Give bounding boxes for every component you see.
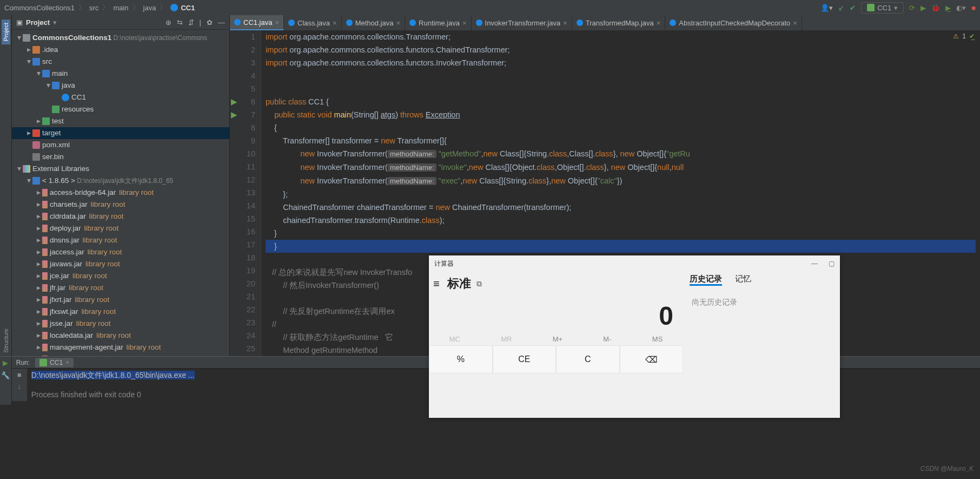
project-view-icon: ▣ [16,18,23,27]
java-file-icon [670,19,676,26]
tree-item[interactable]: ▾ < 1.8.65 > D:\notes\java\jdk文件\jdk1.8.… [12,175,229,187]
editor-tab[interactable]: TransformedMap.java× [572,15,666,30]
tree-item[interactable]: ▸ javaws.jarlibrary root [12,258,229,270]
editor-tab[interactable]: AbstractInputCheckedMapDecorato× [665,15,802,30]
calc-button[interactable]: % [429,345,493,373]
java-file-icon [577,19,583,26]
editor-tab[interactable]: Class.java× [284,15,342,30]
tree-item[interactable]: ▾ CommonsCollections1 D:\notes\java\prac… [12,32,229,44]
down-icon[interactable]: ↓ [18,382,22,390]
run-config-selector[interactable]: CC1 ▾ [861,2,904,14]
tree-item[interactable]: CC1 [12,91,229,103]
tree-item[interactable]: ▸ jfxrt.jarlibrary root [12,294,229,306]
tree-item[interactable]: ▾ main [12,68,229,80]
tree-item[interactable]: ▸ access-bridge-64.jarlibrary root [12,187,229,199]
run-config-label: CC1 [877,4,891,12]
calc-button-row: %CEC⌫ [429,345,683,373]
rail-tab-structure[interactable]: Structure [2,325,10,356]
rerun-icon[interactable]: ▶ [3,359,8,367]
vcs-update-icon[interactable]: ↙ [838,4,844,12]
locate-icon[interactable]: ⊕ [165,18,171,27]
tree-item[interactable]: resources [12,103,229,115]
warning-icon: ⚠ [953,32,959,40]
editor-tab[interactable]: CC1.java× [230,15,284,30]
calc-mem-btn[interactable]: M- [603,335,611,343]
tree-item[interactable]: ▸ cldrdata.jarlibrary root [12,211,229,222]
tree-item[interactable]: ▸ .idea [12,44,229,56]
hide-icon[interactable]: — [218,18,225,27]
tree-item[interactable]: ▸ jaccess.jarlibrary root [12,246,229,258]
tree-item[interactable]: ▸ jsse.jarlibrary root [12,318,229,330]
calc-menu-icon[interactable]: ≡ [433,278,440,290]
calc-pin-icon[interactable]: ⧉ [476,279,482,288]
run-left-gutter: ▶ 🔧 [0,357,12,405]
tree-item[interactable]: ser.bin [12,151,229,163]
calc-button[interactable]: C [556,345,620,373]
tree-item[interactable]: ▸ jfxswt.jarlibrary root [12,306,229,318]
stop-icon[interactable]: ■ [971,4,976,12]
tree-item[interactable]: pom.xml [12,139,229,151]
calc-mem-btn: MC [449,335,460,343]
user-icon[interactable]: 👤▾ [820,4,833,12]
run-tab[interactable]: CC1 × [35,358,74,368]
calculator-window[interactable]: 计算器 — ▢ ≡ 标准 ⧉ 0 MCMRM+M-MS %CEC⌫ 历史记录记忆… [429,255,840,418]
left-tool-rail: Project Structure [0,15,12,356]
close-icon[interactable]: × [462,19,467,27]
editor-tab[interactable]: Runtime.java× [405,15,471,30]
calc-side-tab[interactable]: 记忆 [735,274,751,286]
rail-tab-project[interactable]: Project [2,19,10,44]
calc-minimize-icon[interactable]: — [811,260,818,267]
project-tree[interactable]: ▾ CommonsCollections1 D:\notes\java\prac… [12,30,229,356]
close-icon[interactable]: × [657,19,661,27]
tree-item[interactable]: ▾ java [12,80,229,91]
calc-button[interactable]: ⌫ [620,345,684,373]
app-icon [867,4,875,11]
vcs-commit-icon[interactable]: ✔ [850,4,856,12]
close-icon[interactable]: × [396,19,400,27]
editor-tab[interactable]: InvokerTransformer.java× [472,15,572,30]
calc-button[interactable]: CE [493,345,557,373]
close-icon[interactable]: × [563,19,567,27]
run-tab-label: CC1 [50,359,63,366]
java-file-icon [409,19,416,26]
coverage-icon[interactable]: ▶̲ [945,4,951,12]
tree-item[interactable]: ▸ management-agent.jarlibrary root [12,342,229,353]
watermark: CSDN @Mauro_K [921,465,974,473]
calc-side-tab[interactable]: 历史记录 [690,274,722,286]
tree-item[interactable]: ▸ target [12,127,229,139]
editor-tabs: CC1.java× Class.java× Method.java× Runti… [230,15,980,30]
profile-icon[interactable]: ◐▾ [956,4,966,12]
calc-maximize-icon[interactable]: ▢ [829,260,835,267]
editor-inspection-bar[interactable]: ⚠ 1 ✔̲ [953,32,975,40]
calc-display: 0 [429,296,683,333]
tree-item[interactable]: ▸ charsets.jarlibrary root [12,199,229,211]
calc-side-tabs: 历史记录记忆 [690,272,833,288]
tree-item[interactable]: ▸ dnsns.jarlibrary root [12,234,229,246]
tree-item[interactable]: ▾ src [12,56,229,68]
debug-icon[interactable]: 🐞 [931,4,940,12]
tree-item[interactable]: ▸ jce.jarlibrary root [12,270,229,282]
stop-icon[interactable]: ■ [17,371,22,379]
close-icon[interactable]: × [333,19,337,27]
tree-item[interactable]: ▾ External Libraries [12,163,229,175]
tree-item[interactable]: ▸ deploy.jarlibrary root [12,222,229,234]
calc-mem-btn: MR [501,335,512,343]
collapse-icon[interactable]: ⇵ [188,18,194,27]
calc-mem-btn[interactable]: M+ [553,335,562,343]
calc-mem-btn[interactable]: MS [652,335,663,343]
wrench-icon[interactable]: 🔧 [1,371,10,379]
tree-item[interactable]: ▸ jfr.jarlibrary root [12,282,229,294]
editor-tab[interactable]: Method.java× [342,15,405,30]
build-icon[interactable]: ⟳ [909,4,915,12]
tree-item[interactable]: ▸ localedata.jarlibrary root [12,330,229,342]
run-icon[interactable]: ▶ [921,4,926,12]
close-icon[interactable]: × [275,18,279,27]
tree-item[interactable]: ▸ nashorn.jarlibrary root [12,353,229,356]
settings-icon[interactable]: ✿ [207,18,213,27]
close-icon[interactable]: × [793,19,797,27]
java-file-icon [346,19,353,26]
expand-icon[interactable]: ⇆ [177,18,183,27]
project-panel: ▣ Project ▾ ⊕ ⇆ ⇵ | ✿ — ▾ CommonsCollect… [12,15,230,356]
breadcrumb[interactable]: CommonsCollections1srcmainjavaCC1 [4,3,195,12]
tree-item[interactable]: ▸ test [12,115,229,127]
